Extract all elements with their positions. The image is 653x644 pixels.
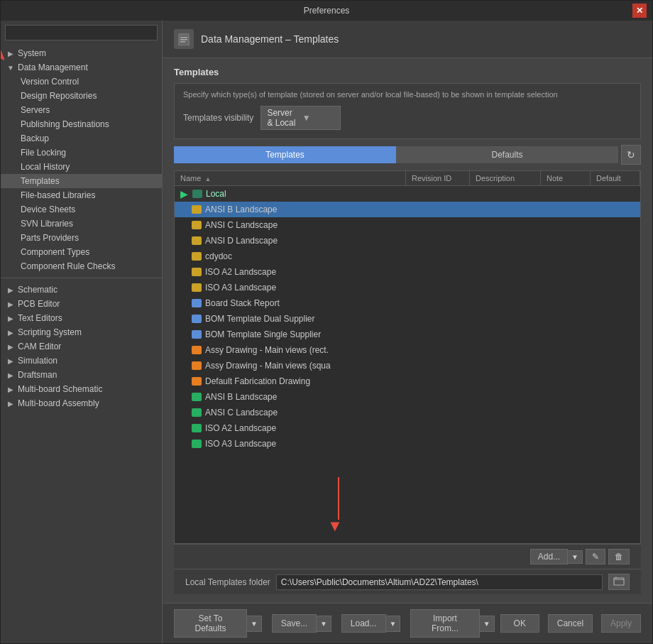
- close-button[interactable]: ✕: [632, 4, 647, 18]
- load-group: Load... ▼: [341, 614, 401, 633]
- sidebar-item-file-locking[interactable]: File Locking: [1, 146, 162, 160]
- set-defaults-arrow[interactable]: ▼: [247, 616, 262, 632]
- sidebar-item-parts-providers[interactable]: Parts Providers: [1, 231, 162, 245]
- visibility-dropdown[interactable]: Server & Local ▼: [260, 106, 341, 130]
- edit-button[interactable]: ✎: [586, 549, 605, 564]
- sidebar-item-schematic[interactable]: ▶ Schematic: [1, 283, 162, 297]
- sidebar-item-label: CAM Editor: [18, 342, 61, 351]
- sidebar-item-label: Text Editors: [18, 313, 62, 323]
- file-row[interactable]: BOM Template Single Supplier: [175, 327, 640, 342]
- save-arrow[interactable]: ▼: [317, 616, 331, 632]
- file-row[interactable]: Board Stack Report: [175, 295, 640, 311]
- titlebar: Preferences ✕: [1, 1, 652, 21]
- sidebar-item-servers[interactable]: Servers: [1, 103, 162, 117]
- file-row[interactable]: Assy Drawing - Main views (rect.: [175, 342, 640, 358]
- file-row[interactable]: ISO A3 Landscape: [175, 280, 640, 295]
- apply-button[interactable]: Apply: [601, 614, 641, 633]
- doc-template-icon: [192, 346, 202, 354]
- file-name-cell: ANSI B Landscape: [175, 203, 406, 216]
- sidebar: ▶ System ▼ Data Management ➤ Version Con…: [1, 21, 163, 643]
- sidebar-item-pcb-editor[interactable]: ▶ PCB Editor: [1, 297, 162, 311]
- sidebar-item-multi-board-assembly[interactable]: ▶ Multi-board Assembly: [1, 396, 162, 410]
- panel-body: Templates Specify which type(s) of templ…: [163, 58, 652, 603]
- delete-button[interactable]: 🗑: [608, 549, 630, 564]
- add-dropdown-arrow[interactable]: ▼: [568, 550, 583, 564]
- sidebar-item-file-based-libraries[interactable]: File-based Libraries: [1, 188, 162, 202]
- sidebar-item-templates[interactable]: Templates ➤: [1, 174, 162, 188]
- add-button[interactable]: Add...: [530, 549, 568, 564]
- doc-pcb-icon: [192, 440, 202, 448]
- col-header-default: Default: [591, 171, 640, 185]
- sidebar-item-label: Publishing Destinations: [21, 119, 109, 129]
- sidebar-item-multi-board-schematic[interactable]: ▶ Multi-board Schematic: [1, 382, 162, 396]
- main-panel: Data Management – Templates Templates Sp…: [163, 21, 652, 643]
- load-button[interactable]: Load...: [341, 614, 386, 633]
- file-row[interactable]: ANSI B Landscape: [175, 202, 640, 217]
- sidebar-item-local-history[interactable]: Local History: [1, 160, 162, 174]
- sidebar-item-device-sheets[interactable]: Device Sheets: [1, 202, 162, 217]
- window-title: Preferences: [21, 6, 632, 16]
- file-row[interactable]: ANSI C Landscape: [175, 405, 640, 420]
- search-input[interactable]: [5, 25, 158, 40]
- sidebar-item-version-control[interactable]: Version Control: [1, 75, 162, 89]
- sidebar-item-text-editors[interactable]: ▶ Text Editors: [1, 311, 162, 325]
- sidebar-item-component-types[interactable]: Component Types: [1, 245, 162, 259]
- file-row[interactable]: ANSI C Landscape: [175, 217, 640, 233]
- col-header-note: Note: [541, 171, 591, 185]
- sidebar-item-publishing-destinations[interactable]: Publishing Destinations: [1, 117, 162, 131]
- sidebar-item-component-rule-checks[interactable]: Component Rule Checks: [1, 259, 162, 273]
- local-folder-input[interactable]: [276, 574, 603, 590]
- file-row[interactable]: Default Fabrication Drawing: [175, 373, 640, 389]
- ok-button[interactable]: OK: [500, 614, 539, 633]
- sidebar-item-label: Data Management: [18, 62, 88, 72]
- search-box: [1, 21, 162, 45]
- sidebar-item-label: Simulation: [18, 356, 57, 366]
- sidebar-item-label: Backup: [21, 133, 49, 143]
- set-defaults-button[interactable]: Set To Defaults: [174, 609, 247, 638]
- panel-title: Data Management – Templates: [201, 33, 339, 45]
- sidebar-item-data-management[interactable]: ▼ Data Management: [1, 60, 162, 75]
- folder-yellow-icon: [192, 205, 202, 214]
- folder-yellow-icon: [192, 283, 202, 292]
- sidebar-item-system[interactable]: ▶ System: [1, 46, 162, 60]
- refresh-button[interactable]: ↻: [621, 145, 641, 165]
- sidebar-item-design-repositories[interactable]: Design Repositories: [1, 89, 162, 103]
- visibility-value: Server & Local: [267, 108, 299, 128]
- col-header-description: Description: [470, 171, 541, 185]
- sidebar-item-cam-editor[interactable]: ▶ CAM Editor: [1, 339, 162, 354]
- file-row[interactable]: ANSI D Landscape: [175, 233, 640, 249]
- file-row[interactable]: ISO A3 Landscape: [175, 436, 640, 452]
- cancel-button[interactable]: Cancel: [548, 614, 593, 633]
- sidebar-item-scripting-system[interactable]: ▶ Scripting System: [1, 325, 162, 339]
- import-from-button[interactable]: Import From...: [410, 609, 479, 638]
- tab-templates[interactable]: Templates: [174, 146, 396, 163]
- file-row[interactable]: cdydoc: [175, 249, 640, 264]
- file-row[interactable]: ISO A2 Landscape: [175, 264, 640, 280]
- load-arrow[interactable]: ▼: [386, 616, 401, 632]
- sidebar-item-label: Draftsman: [18, 370, 57, 380]
- sidebar-item-label: Component Types: [21, 247, 89, 257]
- file-row[interactable]: BOM Template Dual Supplier: [175, 311, 640, 327]
- group-local[interactable]: ▶ Local: [175, 186, 640, 202]
- sidebar-item-label: Servers: [21, 105, 50, 115]
- sidebar-item-backup[interactable]: Backup: [1, 131, 162, 146]
- expand-icon: ▶: [6, 342, 15, 351]
- folder-browse-button[interactable]: [608, 574, 630, 590]
- svg-rect-3: [180, 41, 185, 43]
- file-row[interactable]: Assy Drawing - Main views (squa: [175, 358, 640, 373]
- group-local-label: Local: [206, 189, 226, 199]
- visibility-section: Specify which type(s) of template (store…: [174, 83, 641, 139]
- save-button[interactable]: Save...: [272, 614, 317, 633]
- sidebar-item-draftsman[interactable]: ▶ Draftsman: [1, 368, 162, 382]
- footer-bar: Set To Defaults ▼ Save... ▼ Load... ▼ Im…: [163, 603, 652, 643]
- import-from-arrow[interactable]: ▼: [480, 616, 495, 632]
- doc-blue-icon: [192, 299, 202, 307]
- tab-bar: Templates Defaults ↻: [174, 145, 641, 165]
- sidebar-item-simulation[interactable]: ▶ Simulation: [1, 354, 162, 368]
- file-row[interactable]: ANSI B Landscape: [175, 389, 640, 405]
- doc-pcb-icon: [192, 393, 202, 401]
- expand-icon: ▶: [6, 285, 15, 294]
- sidebar-item-svn-libraries[interactable]: SVN Libraries: [1, 217, 162, 231]
- file-row[interactable]: ISO A2 Landscape: [175, 420, 640, 436]
- tab-defaults[interactable]: Defaults: [396, 146, 618, 163]
